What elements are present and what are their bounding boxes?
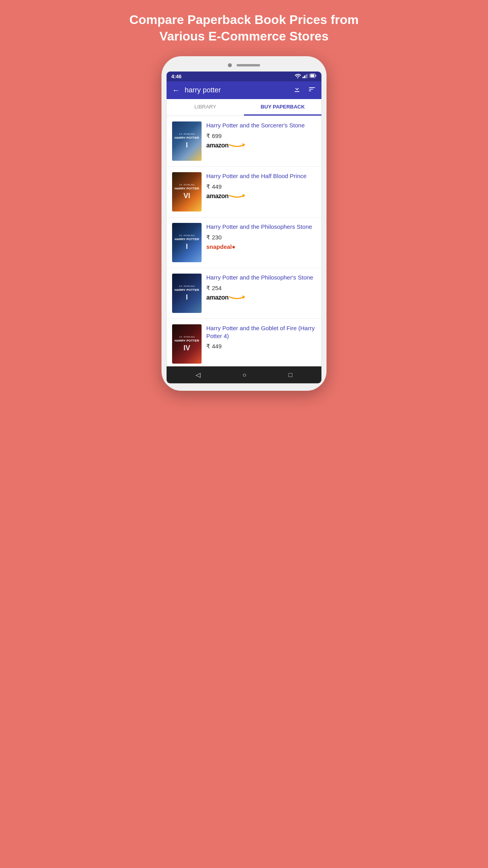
cover-author: J.K. ROWLING <box>179 133 195 135</box>
book-cover-2: J.K. ROWLING HARRY POTTER VI <box>172 172 202 211</box>
nav-back-button[interactable]: ◁ <box>196 371 200 379</box>
cover-author: J.K. ROWLING <box>179 285 195 287</box>
list-item[interactable]: J.K. ROWLING HARRY POTTER I Harry Potter… <box>167 217 321 268</box>
snapdeal-dot: ● <box>232 243 235 250</box>
amazon-smile <box>229 193 245 200</box>
book-price-4: ₹ 254 <box>206 285 316 292</box>
app-bar-icons <box>293 85 316 95</box>
amazon-text: amazon <box>206 193 229 200</box>
svg-rect-2 <box>304 75 305 78</box>
book-info-2: Harry Potter and the Half Blood Prince ₹… <box>206 172 316 200</box>
amazon-text: amazon <box>206 142 229 149</box>
svg-rect-1 <box>303 77 304 78</box>
nav-home-button[interactable]: ○ <box>242 371 246 379</box>
cover-title: HARRY POTTER <box>174 136 199 140</box>
cover-title: HARRY POTTER <box>174 237 199 241</box>
svg-rect-3 <box>306 74 307 78</box>
tabs: LIBRARY BUY PAPERBACK <box>167 99 321 116</box>
book-price-2: ₹ 449 <box>206 183 316 190</box>
book-cover-4: J.K. ROWLING HARRY POTTER I <box>172 274 202 313</box>
search-query[interactable]: harry potter <box>185 86 288 94</box>
cover-num: I <box>186 243 188 251</box>
list-item[interactable]: J.K. ROWLING HARRY POTTER VI Harry Potte… <box>167 167 321 217</box>
cover-num: I <box>186 293 188 302</box>
book-cover-3: J.K. ROWLING HARRY POTTER I <box>172 223 202 262</box>
amazon-smile <box>229 294 245 301</box>
book-title-1: Harry Potter and the Sorcerer's Stone <box>206 121 316 129</box>
cover-author: J.K. ROWLING <box>179 234 195 237</box>
list-item[interactable]: J.K. ROWLING HARRY POTTER I Harry Potter… <box>167 116 321 167</box>
book-price-5: ₹ 449 <box>206 343 316 350</box>
book-cover-1: J.K. ROWLING HARRY POTTER I <box>172 121 202 161</box>
cover-num: VI <box>183 192 190 200</box>
book-info-1: Harry Potter and the Sorcerer's Stone ₹ … <box>206 121 316 149</box>
cover-title: HARRY POTTER <box>174 288 199 292</box>
cover-title: HARRY POTTER <box>174 187 199 191</box>
cover-title: HARRY POTTER <box>174 339 199 343</box>
book-price-1: ₹ 699 <box>206 132 316 140</box>
book-info-4: Harry Potter and the Philosopher's Stone… <box>206 274 316 301</box>
phone-top <box>166 63 322 67</box>
tab-library[interactable]: LIBRARY <box>167 99 244 116</box>
snapdeal-logo: snapdeal● <box>206 243 316 250</box>
phone-speaker <box>237 64 260 66</box>
back-button[interactable]: ← <box>172 86 180 95</box>
nav-bar: ◁ ○ □ <box>167 366 321 383</box>
book-cover-5: J.K. ROWLING HARRY POTTER IV <box>172 324 202 364</box>
phone-shell: 4:46 <box>161 56 327 391</box>
book-info-5: Harry Potter and the Goblet of Fire (Har… <box>206 324 316 350</box>
amazon-logo-2: amazon <box>206 193 316 200</box>
book-list: J.K. ROWLING HARRY POTTER I Harry Potter… <box>167 116 321 366</box>
download-icon[interactable] <box>293 85 301 95</box>
book-price-3: ₹ 230 <box>206 234 316 241</box>
list-item[interactable]: J.K. ROWLING HARRY POTTER IV Harry Potte… <box>167 319 321 366</box>
amazon-logo-1: amazon <box>206 142 316 149</box>
wifi-icon <box>295 74 301 79</box>
svg-rect-7 <box>316 75 316 77</box>
svg-point-0 <box>297 77 299 79</box>
svg-rect-6 <box>310 74 314 77</box>
tab-buy-paperback[interactable]: BUY PAPERBACK <box>244 99 321 116</box>
nav-recent-button[interactable]: □ <box>289 371 293 379</box>
hero-title: Compare Paperback Book Prices from Vario… <box>110 12 378 44</box>
book-title-5: Harry Potter and the Goblet of Fire (Har… <box>206 324 316 340</box>
cover-author: J.K. ROWLING <box>179 184 195 186</box>
phone-screen: 4:46 <box>166 71 322 384</box>
book-title-3: Harry Potter and the Philosophers Stone <box>206 223 316 231</box>
status-time: 4:46 <box>171 74 182 79</box>
front-camera <box>228 63 232 67</box>
filter-icon[interactable] <box>308 85 316 95</box>
book-title-4: Harry Potter and the Philosopher's Stone <box>206 274 316 281</box>
svg-rect-4 <box>307 74 308 78</box>
snapdeal-text: snapdeal <box>206 243 232 250</box>
cover-num: IV <box>183 344 190 352</box>
cover-num: I <box>186 141 188 149</box>
signal-icon <box>303 74 308 79</box>
amazon-text: amazon <box>206 294 229 301</box>
cover-author: J.K. ROWLING <box>179 336 195 338</box>
list-item[interactable]: J.K. ROWLING HARRY POTTER I Harry Potter… <box>167 268 321 319</box>
status-bar: 4:46 <box>167 72 321 81</box>
status-icons <box>295 74 317 79</box>
amazon-smile <box>229 142 245 149</box>
battery-icon <box>310 74 317 79</box>
book-title-2: Harry Potter and the Half Blood Prince <box>206 172 316 180</box>
book-info-3: Harry Potter and the Philosophers Stone … <box>206 223 316 250</box>
amazon-logo-4: amazon <box>206 294 316 301</box>
app-bar: ← harry potter <box>167 81 321 99</box>
